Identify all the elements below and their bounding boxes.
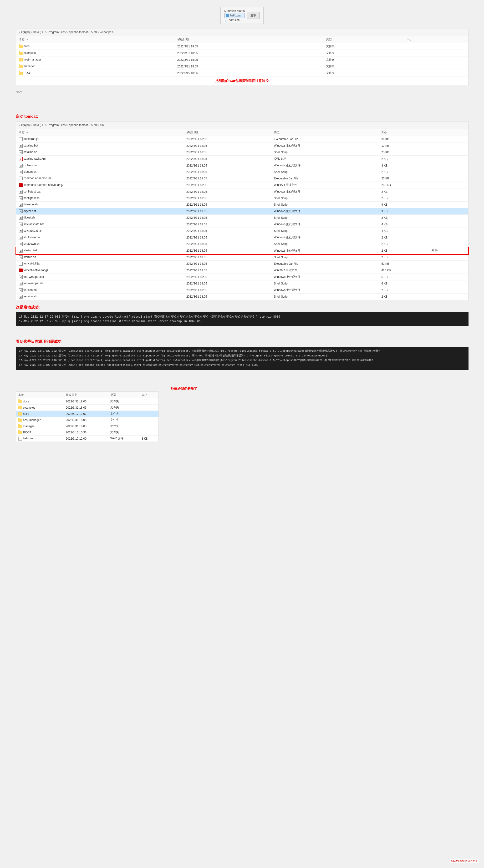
bin-cell-date: 2022/3/31 18:05 [183,143,271,149]
bin-table-row[interactable]: S|version.bat 2022/3/31 18:05 Windows 批处… [16,287,468,293]
col-date[interactable]: 修改日期 [175,36,323,43]
bottom-cell-type: WAR 文件 [108,436,139,442]
bottom-table-row[interactable]: hello 2022/5/17 12:07 文件夹 [16,411,158,417]
bin-cell-date: 2022/3/31 18:05 [183,254,271,261]
copy-box: ▶ maven-status hello.war 📄 pom.xml 复制 [220,7,263,24]
bottom-cell-size [139,417,158,423]
sh-icon: S| [19,255,23,259]
bin-cell-name: S|ciphers.sh [16,169,183,175]
folder-icon [18,418,22,422]
bin-table-row[interactable]: S|ciphers.bat 2022/3/31 18:05 Windows 批处… [16,162,468,169]
bottom-cell-date: 2022/3/31 18:05 [63,417,108,423]
bin-table-row[interactable]: S|digest.sh 2022/3/31 18:05 Shell Script… [16,215,468,221]
col-type[interactable]: 类型 [323,36,404,43]
bin-table-row[interactable]: S|catalina.sh 2022/3/31 18:05 Shell Scri… [16,149,468,156]
table-row[interactable]: manager 2022/3/31 18:05 文件夹 [16,63,468,70]
sh-icon: S| [19,150,23,154]
table-row[interactable]: docs 2022/3/31 18:05 文件夹 [16,43,468,50]
cell-date: 2022/3/31 18:05 [175,57,323,63]
bin-table-row[interactable]: S|digest.bat 2022/3/31 18:05 Windows 批处理… [16,208,468,215]
targz-icon [19,269,23,272]
bin-table-row[interactable]: Xcatalina-tasks.xml 2022/3/31 18:05 XML … [16,156,468,162]
bin-cell-type: Windows 批处理文件 [271,188,379,195]
bin-col-size[interactable]: 大小 [379,129,428,136]
bottom-annotation: 他就给我们解压了 [171,387,197,391]
bottom-cell-date: 2022/5/17 12:00 [63,436,108,442]
bottom-table-row[interactable]: docs 2022/3/31 18:05 文件夹 [16,398,158,405]
hello-war-item[interactable]: hello.war [224,13,244,18]
bin-table-row[interactable]: tomcat-native.tar.gz 2022/3/31 18:05 Win… [16,267,468,274]
bottom-table-row[interactable]: manager 2022/3/31 18:05 文件夹 [16,423,158,429]
bin-cell-size: 51 KB [379,261,428,267]
webapps-table: 名称 修改日期 类型 大小 docs 2022/3/31 18:05 文件夹 e… [16,36,468,76]
bin-cell-name: tomcat-native.tar.gz [16,267,183,274]
bottom-table-row[interactable]: host-manager 2022/3/31 18:05 文件夹 [16,417,158,423]
cell-date: 2022/3/31 18:05 [175,50,323,57]
bin-table-row[interactable]: S|tool-wrapper.bat 2022/3/31 18:05 Windo… [16,274,468,280]
bin-table-row[interactable]: S|ciphers.sh 2022/3/31 18:05 Shell Scrip… [16,169,468,175]
bottom-col-type[interactable]: 类型 [108,392,139,398]
bin-table-row[interactable]: S|tool-wrapper.sh 2022/3/31 18:05 Shell … [16,280,468,287]
col-size[interactable]: 大小 [404,36,468,43]
bottom-table-row[interactable]: hello.war 2022/5/17 12:00 WAR 文件 3 KB [16,436,158,442]
bin-table-row[interactable]: S|configtest.sh 2022/3/31 18:05 Shell Sc… [16,195,468,202]
bin-cell-name: S|ciphers.bat [16,162,183,169]
bottom-col-date[interactable]: 修改日期 [63,392,108,398]
bin-table-row[interactable]: tomcat-juli.jar 2022/3/31 18:05 Executab… [16,261,468,267]
bin-table-row[interactable]: S|startup.bat 2022/3/31 18:05 Windows 批处… [16,247,468,254]
bin-table-row[interactable]: S|daemon.sh 2022/3/31 18:05 Shell Script… [16,202,468,208]
cell-date: 2022/3/31 18:05 [175,63,323,70]
empty-cell [429,156,468,162]
bin-col-name[interactable]: 名称 [16,129,183,136]
bin-table-row[interactable]: commons-daemon.jar 2022/3/31 18:05 Execu… [16,175,468,182]
bin-cell-name: S|tool-wrapper.bat [16,274,183,280]
bin-table-row[interactable]: commons-daemon-native.tar.gz 2022/3/31 1… [16,182,468,188]
bin-table-row[interactable]: S|shutdown.sh 2022/3/31 18:05 Shell Scri… [16,241,468,247]
file-icon-war [226,14,229,17]
bin-col-type[interactable]: 类型 [271,129,379,136]
bin-cell-name: S|digest.sh [16,215,183,221]
bin-col-date[interactable]: 修改日期 [183,129,271,136]
bin-table-row[interactable]: S|shutdown.bat 2022/3/31 18:05 Windows 批… [16,234,468,241]
bottom-table-row[interactable]: examples 2022/3/31 18:05 文件夹 [16,405,158,411]
empty-cell [429,208,468,215]
bin-cell-type: Shell Script [271,241,379,247]
bin-cell-type: Shell Script [271,254,379,261]
bin-cell-name: S|catalina.bat [16,143,183,149]
bin-table-row[interactable]: S|catalina.bat 2022/3/31 18:05 Windows 批… [16,143,468,149]
bottom-col-size[interactable]: 大小 [139,392,158,398]
bottom-cell-type: 文件夹 [108,429,139,436]
table-row[interactable]: host-manager 2022/3/31 18:05 文件夹 [16,57,468,63]
bottom-cell-type: 文件夹 [108,423,139,429]
bat-icon: S| [19,236,23,240]
empty-cell [429,175,468,182]
table-header-row: 名称 修改日期 类型 大小 [16,36,468,43]
folder-icon-maven: ▶ [224,9,226,12]
bottom-col-name[interactable]: 名称 [16,392,64,398]
cell-date: 2022/5/15 10:36 [175,70,323,76]
empty-cell [429,188,468,195]
col-name[interactable]: 名称 [16,36,175,43]
bin-table-row[interactable]: S|version.sh 2022/3/31 18:05 Shell Scrip… [16,293,468,300]
bin-cell-size: 2 KB [379,156,428,162]
bin-table-row[interactable]: S|setclasspath.sh 2022/3/31 18:05 Shell … [16,228,468,234]
webapps-explorer: ↑ 此电脑 > Data (D:) > Program Files > apac… [16,29,468,86]
bottom-table-row[interactable]: ROOT 2022/5/15 10:36 文件夹 [16,429,158,436]
sh-icon: S| [19,216,23,220]
table-row[interactable]: ROOT 2022/5/15 10:36 文件夹 [16,70,468,76]
bin-cell-name: commons-daemon.jar [16,175,183,182]
bottom-cell-size [139,398,158,405]
bin-cell-size: 25 KB [379,175,428,182]
bin-table-row[interactable]: S|configtest.bat 2022/3/31 18:05 Windows… [16,188,468,195]
table-row[interactable]: examples 2022/3/31 18:05 文件夹 [16,50,468,57]
bin-cell-name: S|version.bat [16,287,183,293]
bin-table-row[interactable]: bootstrap.jar 2022/3/31 18:05 Executable… [16,136,468,143]
copy-button[interactable]: 复制 [247,12,260,19]
bin-table-row[interactable]: S|setclasspath.bat 2022/3/31 18:05 Windo… [16,221,468,228]
bat-icon: S| [19,222,23,226]
bin-cell-type: Shell Script [271,293,379,300]
bin-breadcrumb: ↑ 此电脑 > Data (D:) > Program Files > apac… [16,122,468,129]
log-section-header: 看到这些日志说明部署成功 [16,339,468,344]
bin-table-row[interactable]: S|startup.sh 2022/3/31 18:05 Shell Scrip… [16,254,468,261]
bin-cell-type: Windows 批处理文件 [271,208,379,215]
